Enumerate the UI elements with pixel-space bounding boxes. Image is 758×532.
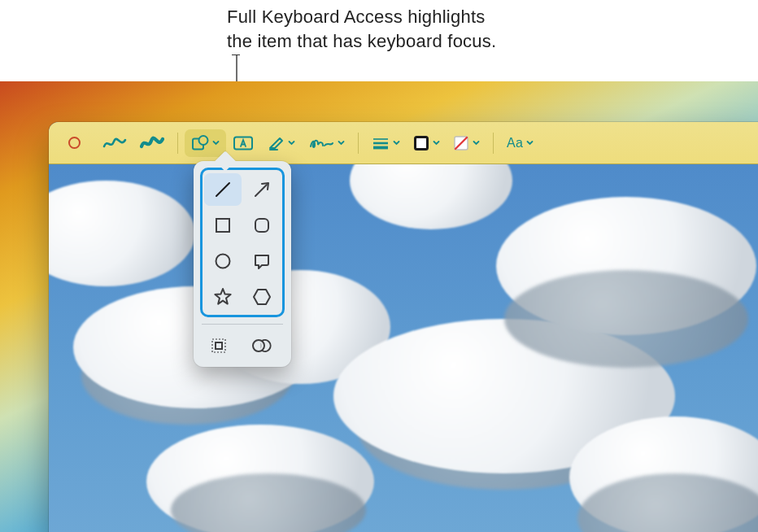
svg-rect-13	[255, 219, 268, 232]
font-aa-label: Aa	[507, 136, 523, 150]
callout-line-2: the item that has keyboard focus.	[227, 29, 585, 54]
border-color-icon	[413, 135, 429, 151]
callout-line-1: Full Keyboard Access highlights	[227, 5, 585, 29]
font-style-button[interactable]: Aa	[500, 129, 540, 157]
svg-line-11	[255, 185, 267, 196]
rounded-square-icon	[251, 215, 272, 236]
stroke-style-button[interactable]	[365, 129, 407, 157]
record-icon	[68, 137, 81, 149]
record-button[interactable]	[57, 129, 91, 157]
speech-bubble-icon	[251, 251, 272, 272]
svg-point-17	[253, 340, 264, 351]
chevron-down-icon	[473, 139, 480, 146]
text-button[interactable]	[226, 129, 260, 157]
chevron-down-icon	[212, 139, 220, 146]
chevron-down-icon	[526, 139, 534, 146]
chevron-down-icon	[338, 139, 345, 146]
toolbar-separator	[493, 133, 494, 154]
svg-point-14	[216, 255, 230, 268]
border-color-button[interactable]	[407, 129, 447, 157]
circle-icon	[212, 251, 233, 272]
star-shape[interactable]	[204, 281, 242, 313]
hexagon-shape[interactable]	[243, 281, 281, 313]
shapes-icon	[191, 134, 209, 152]
speech-bubble-shape[interactable]	[243, 245, 281, 277]
rounded-square-shape[interactable]	[243, 209, 281, 242]
signature-button[interactable]	[302, 129, 351, 157]
draw-icon	[140, 135, 164, 151]
svg-rect-7	[416, 137, 428, 149]
callout-text: Full Keyboard Access highlights the item…	[227, 5, 585, 53]
square-shape[interactable]	[204, 209, 242, 242]
chevron-down-icon	[288, 139, 295, 146]
line-shape[interactable]	[204, 173, 242, 206]
image-canvas[interactable]	[49, 164, 758, 532]
highlight-button[interactable]	[260, 129, 302, 157]
app-window: Aa	[49, 122, 758, 532]
toolbar-separator	[358, 133, 359, 154]
signature-icon	[308, 135, 334, 151]
sketch-button[interactable]	[96, 129, 133, 157]
square-icon	[212, 215, 233, 236]
sketch-icon	[102, 135, 127, 151]
shapes-popover	[194, 161, 291, 367]
text-box-icon	[233, 135, 254, 151]
fill-color-icon	[453, 135, 469, 151]
svg-rect-16	[216, 342, 222, 349]
callout-tick-top	[232, 55, 240, 55]
arrow-shape[interactable]	[243, 173, 281, 206]
chevron-down-icon	[393, 139, 400, 146]
stroke-lines-icon	[372, 136, 390, 150]
svg-rect-12	[216, 219, 229, 232]
hexagon-icon	[251, 286, 272, 307]
shapes-button[interactable]	[185, 129, 226, 157]
svg-line-10	[216, 183, 229, 196]
draw-button[interactable]	[133, 129, 171, 157]
loupe-tool[interactable]	[200, 329, 237, 362]
arrow-icon	[251, 179, 272, 200]
keyboard-focus-region	[200, 168, 285, 317]
fill-color-button[interactable]	[447, 129, 486, 157]
markup-toolbar: Aa	[49, 122, 758, 164]
loupe-icon	[208, 335, 229, 356]
svg-point-2	[199, 136, 208, 145]
toolbar-separator	[177, 133, 178, 154]
mask-tool[interactable]	[243, 329, 281, 362]
line-icon	[212, 179, 233, 200]
mask-icon	[250, 336, 273, 355]
svg-rect-15	[212, 339, 225, 352]
highlight-icon	[267, 134, 285, 152]
star-icon	[212, 286, 233, 307]
circle-shape[interactable]	[204, 245, 242, 277]
chevron-down-icon	[433, 139, 440, 146]
popover-separator	[202, 324, 283, 325]
